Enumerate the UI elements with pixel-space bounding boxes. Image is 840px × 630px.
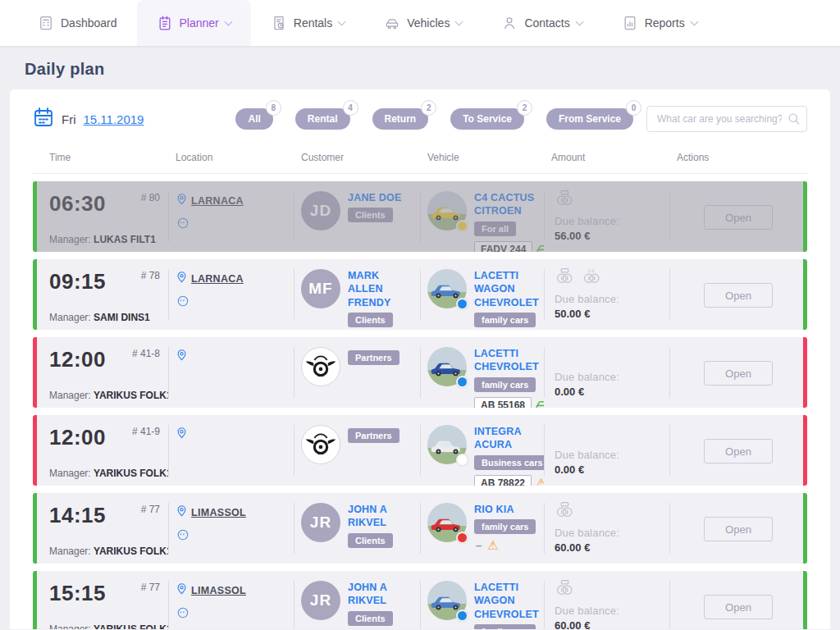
plan-row[interactable]: 15:15 # 77 Manager: YARIKUS FOLK1 LIMASS…: [33, 571, 807, 629]
amount-cell: Due balance: 60.00 €: [544, 493, 669, 564]
map-pin-icon: [176, 349, 188, 365]
nav-item-rentals[interactable]: Rentals: [251, 0, 364, 46]
filter-pill-label: Rental: [308, 113, 338, 125]
manager-name: YARIKUS FOLK1: [94, 468, 168, 479]
vehicle-category-badge: family cars: [474, 377, 536, 392]
due-balance-label: Due balance:: [555, 215, 666, 227]
date-link[interactable]: 15.11.2019: [84, 112, 144, 126]
vehicle-name[interactable]: LACETTI WAGON CHEVROLET: [474, 269, 541, 309]
plan-row[interactable]: 14:15 # 77 Manager: YARIKUS FOLK1 LIMASS…: [33, 493, 807, 564]
open-button[interactable]: Open: [704, 595, 773, 619]
city-link[interactable]: LARNACA: [191, 195, 244, 207]
nav-item-planner[interactable]: Planner: [137, 0, 251, 46]
filter-pill-rental[interactable]: Rental 4: [295, 108, 350, 130]
calendar-icon[interactable]: [33, 107, 54, 131]
filter-pill-from-service[interactable]: From Service 0: [546, 108, 633, 130]
chevron-down-icon: [224, 17, 232, 25]
col-vehicle: Vehicle: [420, 152, 544, 163]
nav-item-label: Reports: [645, 16, 685, 30]
time-cell: 06:30 # 80 Manager: LUKAS FILT1: [37, 181, 168, 252]
due-balance-value: 56.00 €: [555, 230, 666, 242]
plan-row[interactable]: 06:30 # 80 Manager: LUKAS FILT1 LARNACA …: [33, 181, 807, 252]
money-icon: [555, 501, 575, 519]
comment-icon[interactable]: [176, 606, 189, 623]
nav-item-contacts[interactable]: Contacts: [482, 0, 601, 46]
customer-type-badge: Partners: [348, 350, 399, 365]
city-link[interactable]: LIMASSOL: [191, 585, 246, 596]
plan-row[interactable]: 09:15 # 78 Manager: SAMI DINS1 LARNACA M…: [33, 259, 807, 330]
comment-icon[interactable]: [176, 217, 189, 233]
car-ready-icon: [536, 241, 544, 253]
plan-row[interactable]: 12:00 # 41-9 Manager: YARIKUS FOLK1 Pa: [33, 415, 807, 486]
amount-icons: [555, 189, 666, 208]
booking-ref: # 77: [141, 582, 165, 593]
customer-type-badge: Clients: [348, 611, 393, 626]
car-photo-icon: [430, 358, 464, 377]
customer-name[interactable]: JANE DOE: [348, 191, 402, 204]
location-cell: [168, 337, 294, 408]
amount-icons: 1-2: [555, 267, 666, 285]
filter-pill-all[interactable]: All 8: [235, 108, 272, 130]
svg-text:1-2: 1-2: [587, 268, 594, 273]
rentals-icon: [271, 15, 287, 31]
contacts-icon: [501, 15, 518, 31]
vehicle-name[interactable]: LACETTI WAGON CHEVROLET: [474, 581, 541, 621]
col-location: Location: [168, 152, 294, 163]
plan-row[interactable]: 12:00 # 41-8 Manager: YARIKUS FOLK1 Pa: [33, 337, 807, 408]
vehicle-cell: C4 CACTUS CITROEN For all FADV 244 ⚠: [420, 181, 544, 252]
location-cell: LARNACA: [168, 259, 294, 330]
comment-icon[interactable]: [176, 528, 189, 545]
time-value: 09:15: [49, 271, 106, 292]
manager-line: Manager: YARIKUS FOLK1: [49, 546, 165, 557]
nav-item-reports[interactable]: Reports: [602, 0, 717, 46]
amount-cell: Due balance: 0.00 €: [544, 415, 669, 486]
date-group: Fri 15.11.2019: [33, 107, 144, 131]
open-button[interactable]: Open: [704, 439, 773, 463]
customer-name[interactable]: JOHN A RIKVEL: [348, 503, 417, 530]
customer-cell: JR JOHN A RIKVEL Clients: [294, 571, 420, 629]
customer-cell: Partners: [294, 415, 420, 486]
amount-icons: [555, 345, 666, 363]
due-balance-value: 50.00 €: [555, 308, 666, 320]
open-button[interactable]: Open: [704, 361, 773, 386]
manager-name: YARIKUS FOLK1: [94, 546, 168, 557]
vehicle-name[interactable]: RIO KIA: [474, 503, 514, 516]
money-icon: [555, 189, 575, 208]
license-plate: FADV 244: [474, 241, 532, 252]
comment-icon[interactable]: [176, 294, 189, 311]
filter-pill-to-service[interactable]: To Service 2: [450, 108, 524, 130]
customer-avatar: JR: [301, 503, 340, 542]
nav-item-vehicles[interactable]: Vehicles: [364, 0, 482, 46]
actions-cell: Open: [669, 571, 803, 629]
col-customer: Customer: [294, 152, 420, 163]
open-button[interactable]: Open: [704, 283, 773, 308]
actions-cell: Open: [669, 181, 803, 252]
partners-logo: [301, 425, 340, 464]
search-input[interactable]: [646, 106, 807, 132]
vehicle-name[interactable]: INTEGRA ACURA: [474, 425, 541, 452]
customer-name[interactable]: JOHN A RIKVEL: [348, 581, 417, 608]
open-button[interactable]: Open: [704, 205, 773, 230]
vehicle-name[interactable]: C4 CACTUS CITROEN: [474, 191, 541, 218]
vehicle-avatar: [427, 191, 467, 231]
warning-icon: ⚠: [536, 477, 544, 486]
car-photo-icon: [430, 203, 464, 221]
money-days-icon: 1-2: [582, 267, 602, 285]
customer-cell: Partners: [294, 337, 420, 408]
filter-pill-return[interactable]: Return 2: [372, 108, 429, 130]
vehicle-avatar: [427, 269, 467, 308]
city-link[interactable]: LARNACA: [191, 273, 244, 285]
vehicle-category-badge: family cars: [474, 313, 536, 327]
open-button[interactable]: Open: [704, 517, 773, 541]
city-link[interactable]: LIMASSOL: [191, 507, 246, 518]
vehicle-name[interactable]: LACETTI CHEVROLET: [474, 347, 541, 374]
money-icon: [555, 267, 575, 285]
customer-cell: MF MARK ALLEN FRENDY Clients: [294, 259, 420, 330]
actions-cell: Open: [669, 337, 803, 408]
dashboard-icon: [38, 15, 54, 31]
nav-item-dashboard[interactable]: Dashboard: [18, 0, 137, 46]
customer-name[interactable]: MARK ALLEN FRENDY: [348, 269, 417, 309]
search-icon[interactable]: [787, 112, 801, 129]
filter-pill-label: Return: [385, 113, 417, 125]
manager-name: YARIKUS FOLK1: [94, 390, 168, 401]
